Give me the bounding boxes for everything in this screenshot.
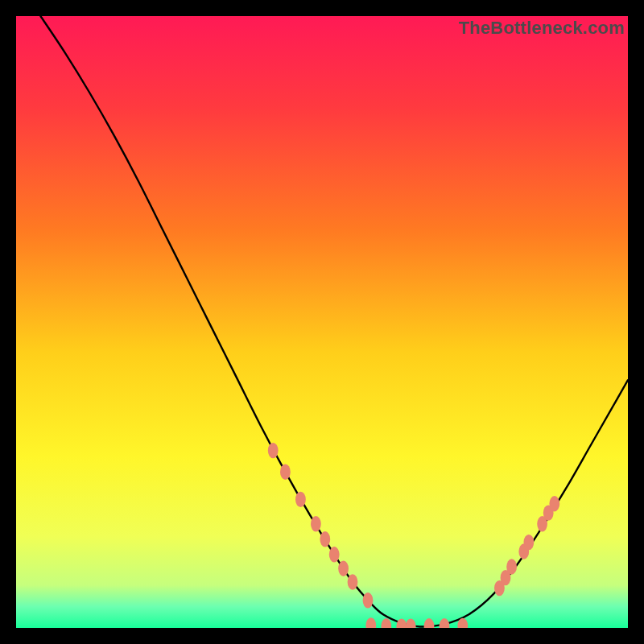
highlight-dot [348,574,358,589]
chart-frame: TheBottleneck.com [16,16,628,628]
highlight-dot [280,464,291,480]
highlight-dot [523,535,534,550]
highlight-dot [295,492,306,507]
highlight-dot [549,496,559,511]
highlight-dot [320,531,330,547]
bottleneck-chart [16,16,628,628]
highlight-dot [338,561,349,576]
watermark-text: TheBottleneck.com [459,18,625,39]
highlight-dot [506,559,517,574]
highlight-dot [268,443,279,458]
highlight-dot [329,547,340,562]
highlight-dot [363,592,374,608]
highlight-dot [311,516,321,531]
